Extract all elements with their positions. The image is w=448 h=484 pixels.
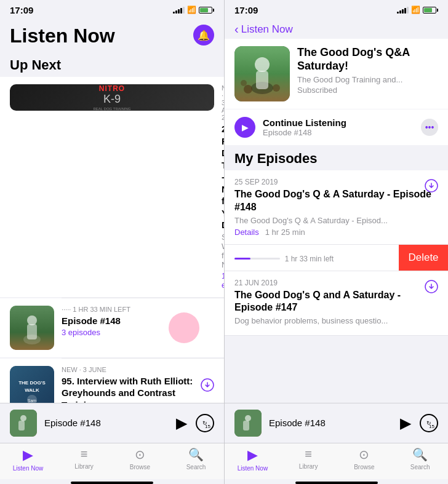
play-button-right[interactable]: ▶ — [400, 415, 411, 432]
episode-item-3[interactable]: 21 JUN 2019 The Good Dog's Q and A Satur… — [225, 271, 448, 336]
details-link-1[interactable]: Details — [234, 228, 259, 237]
episode-item-1[interactable]: 25 SEP 2019 The Good Dog's Q & A Saturda… — [225, 170, 448, 245]
status-icons-right: 📶 — [397, 6, 438, 14]
my-episodes-section-title: My Episodes — [225, 146, 448, 170]
skip-button-right[interactable]: ↻ 15 — [420, 414, 438, 432]
svg-text:WALK: WALK — [25, 387, 39, 393]
player-thumbnail-right — [234, 410, 262, 437]
battery-icon-right — [423, 7, 438, 14]
continue-info: Continue Listening Episode #148 — [263, 117, 414, 137]
nitro-text: NITRO — [99, 84, 125, 93]
tab-label-browse-right: Browse — [354, 464, 374, 470]
home-indicator-left — [71, 482, 153, 484]
nitro-k9-icon: K-9 — [103, 93, 121, 106]
continue-episode: Episode #148 — [263, 128, 414, 137]
svg-point-23 — [241, 80, 247, 86]
player-info-right: Episode #148 — [269, 418, 393, 429]
episode-title-3: The Good Dog's Q and A Saturday - Episod… — [234, 289, 438, 315]
svg-point-21 — [244, 85, 252, 93]
episode-duration-1: 1 hr 25 min — [265, 228, 305, 237]
left-screen-content: Listen Now 🔔 Up Next NITRO K-9 REAL DOG … — [0, 17, 224, 403]
play-button-left[interactable]: ▶ — [176, 415, 187, 432]
tab-search-right[interactable]: 🔍 Search — [392, 447, 448, 472]
interview-thumbnail: THE DOG'S WALK Sam — [10, 366, 54, 403]
episode-progress: 1 hr 33 min left — [234, 255, 389, 263]
episode-item-2[interactable]: 1 hr 33 min left Delete — [225, 245, 448, 271]
list-item[interactable]: THE DOG'S WALK Sam NEW · 3 JUNE 95. Inte… — [0, 359, 224, 403]
tab-label-library-right: Library — [299, 463, 318, 470]
tab-browse-left[interactable]: ⊙ Browse — [112, 447, 168, 472]
skip-button-left[interactable]: ↻ 15 — [196, 414, 214, 432]
tab-library-left[interactable]: ≡ Library — [56, 447, 112, 472]
list-item[interactable]: ····· 1 HR 33 MIN LEFT Episode #148 3 ep… — [0, 298, 224, 357]
player-thumbnail-left — [10, 410, 37, 437]
tab-library-right[interactable]: ≡ Library — [281, 447, 337, 472]
download-button-ep1[interactable] — [425, 179, 438, 196]
back-navigation[interactable]: ‹ Listen Now — [225, 17, 448, 39]
episode-source-3: Dog behavior problems, business questio.… — [234, 316, 438, 325]
continue-play-button[interactable]: ▶ — [234, 117, 255, 138]
progress-fill-2 — [234, 258, 250, 260]
featured-subscribed-badge: Subscribed — [297, 85, 438, 95]
signal-icon-right — [397, 6, 409, 14]
wifi-icon: 📶 — [187, 6, 196, 14]
more-options-button[interactable]: ••• — [421, 119, 438, 136]
status-time-left: 17:09 — [10, 5, 33, 15]
tab-label-listen-now-right: Listen Now — [238, 465, 268, 472]
delete-button[interactable]: Delete — [399, 245, 448, 271]
signal-icon — [173, 6, 185, 14]
nitro-subtitle-text: REAL DOG TRAINING — [93, 107, 130, 111]
nitro-thumbnail: NITRO K-9 REAL DOG TRAINING — [10, 84, 214, 111]
home-indicator-right — [295, 482, 378, 484]
tab-label-listen-now-left: Listen Now — [13, 465, 43, 472]
episode-date-3: 21 JUN 2019 — [234, 279, 438, 287]
episode-date-1: 25 SEP 2019 — [234, 178, 438, 186]
episode-title-1: The Good Dog's Q & A Saturday - Episode … — [234, 188, 438, 214]
tab-listen-now-left[interactable]: ▶ Listen Now — [0, 447, 56, 472]
status-time-right: 17:09 — [234, 5, 258, 15]
tab-search-left[interactable]: 🔍 Search — [168, 447, 224, 472]
browse-tab-icon-right: ⊙ — [359, 447, 369, 462]
svg-point-20 — [255, 57, 270, 72]
tab-bar-left: ▶ Listen Now ≡ Library ⊙ Browse 🔍 Search — [0, 443, 224, 479]
tab-label-search-left: Search — [186, 464, 206, 470]
svg-rect-27 — [243, 421, 249, 430]
pink-circle-decoration — [169, 312, 199, 343]
download-button-3[interactable] — [201, 378, 214, 395]
svg-point-4 — [27, 315, 37, 325]
search-tab-icon-left: 🔍 — [188, 447, 204, 462]
player-info-left: Episode #148 — [44, 418, 169, 429]
tab-listen-now-right[interactable]: ▶ Listen Now — [225, 447, 281, 472]
bottom-player-left: Episode #148 ▶ ↻ 15 — [0, 403, 224, 443]
tab-label-library-left: Library — [74, 463, 94, 470]
download-button-ep3[interactable] — [425, 280, 438, 296]
tab-bar-right: ▶ Listen Now ≡ Library ⊙ Browse 🔍 Search — [225, 443, 448, 479]
back-chevron-icon: ‹ — [234, 22, 239, 36]
episode-actions-1: Details 1 hr 25 min — [234, 228, 438, 237]
player-title-left: Episode #148 — [44, 418, 101, 428]
tab-browse-right[interactable]: ⊙ Browse — [337, 447, 393, 472]
svg-rect-3 — [27, 324, 37, 339]
player-controls-left[interactable]: ▶ ↻ 15 — [176, 414, 214, 432]
episode148-thumbnail — [10, 306, 54, 350]
library-tab-icon-right: ≡ — [305, 447, 312, 461]
status-bar-right: 17:09 📶 — [225, 0, 448, 17]
listen-now-header: Listen Now 🔔 — [0, 17, 224, 52]
battery-icon — [199, 7, 214, 14]
right-screen-content: The Good Dog's Q&A Saturday! The Good Do… — [225, 39, 448, 403]
status-bar-left: 17:09 📶 — [0, 0, 224, 17]
svg-rect-19 — [256, 71, 268, 89]
podcast-meta-3: NEW · 3 JUNE — [62, 366, 193, 373]
podcast-meta-2: ····· 1 HR 33 MIN LEFT — [62, 306, 214, 313]
featured-podcast-card[interactable]: The Good Dog's Q&A Saturday! The Good Do… — [225, 39, 448, 109]
svg-point-28 — [245, 415, 251, 421]
player-controls-right[interactable]: ▶ ↻ 15 — [400, 414, 438, 432]
right-panel: 17:09 📶 ‹ Listen Now — [224, 0, 448, 484]
featured-podcast-info: The Good Dog's Q&A Saturday! The Good Do… — [297, 46, 438, 95]
svg-point-16 — [20, 415, 26, 421]
list-item[interactable]: NITRO K-9 REAL DOG TRAINING NEW · 30 APR… — [0, 77, 224, 297]
search-tab-icon-right: 🔍 — [412, 447, 428, 462]
player-title-right: Episode #148 — [269, 418, 326, 428]
library-tab-icon-left: ≡ — [81, 447, 88, 461]
notification-bell-button[interactable]: 🔔 — [193, 25, 214, 46]
